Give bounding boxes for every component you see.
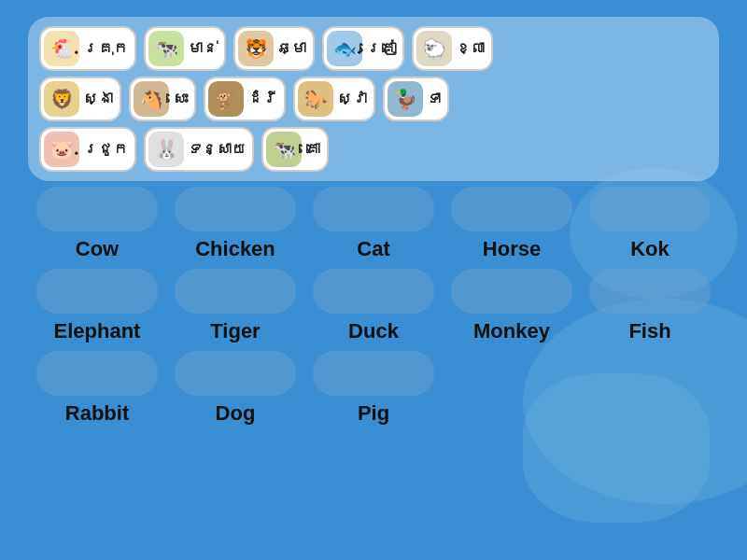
drop-zone-dog[interactable]	[175, 351, 296, 396]
khmer-label-pig: ជ្រូក	[83, 142, 128, 158]
top-row-3: 🐷 ជ្រូក 🐰 ទន្សាយ 🐄 គោ	[39, 127, 708, 172]
animal-img-fish: 🐟	[327, 31, 362, 66]
animal-card-tiger[interactable]: 🐯 ឆ្មា	[233, 26, 315, 71]
slot-cow[interactable]: Cow	[28, 187, 166, 261]
label-elephant: Elephant	[54, 319, 141, 343]
label-fish: Fish	[628, 319, 670, 343]
khmer-label-chicken: គ្រុក	[83, 41, 128, 57]
khmer-label-fish: គ្រៀ	[366, 41, 396, 57]
animal-card-lion[interactable]: 🦁 ស្ងា	[39, 77, 121, 121]
animal-card-sheep[interactable]: 🐑 ខ្លា	[412, 26, 493, 71]
drop-zone-kok[interactable]	[589, 187, 711, 231]
slot-tiger[interactable]: Tiger	[166, 269, 304, 343]
animal-card-rabbit[interactable]: 🐰 ទន្សាយ	[144, 127, 254, 172]
slot-horse[interactable]: Horse	[443, 187, 581, 261]
top-row-2: 🦁 ស្ងា 🐴 សេះ 🐒 ដំរី 🐎 ស្វា 🦆 ទា	[39, 77, 708, 121]
label-chicken: Chicken	[195, 237, 275, 261]
label-horse: Horse	[483, 237, 541, 261]
slot-elephant[interactable]: Elephant	[28, 269, 166, 343]
animal-img-lion: 🦁	[44, 81, 79, 117]
drop-zone-chicken[interactable]	[175, 187, 296, 231]
khmer-label-horse: សេះ	[173, 91, 188, 107]
animal-card-cow2[interactable]: 🐄 មាន់	[144, 26, 226, 71]
khmer-label-duck: ទា	[427, 91, 441, 107]
drop-zone-tiger[interactable]	[175, 269, 296, 314]
animal-img-pig: 🐷	[44, 132, 79, 167]
label-dog: Dog	[216, 401, 256, 426]
label-cat: Cat	[357, 237, 389, 261]
khmer-label-lion: ស្ងា	[83, 91, 113, 107]
top-panel: 🐔 គ្រុក 🐄 មាន់ 🐯 ឆ្មា 🐟 គ្រៀ 🐑 ខ្លា 🦁 ស្…	[28, 17, 719, 181]
label-pig: Pig	[358, 401, 389, 426]
animal-img-horse: 🐴	[134, 81, 169, 117]
slot-kok[interactable]: Kok	[581, 187, 719, 261]
slot-rabbit[interactable]: Rabbit	[28, 351, 166, 426]
drop-zone-rabbit[interactable]	[36, 351, 158, 396]
label-monkey: Monkey	[473, 319, 550, 343]
khmer-label-rabbit: ទន្សាយ	[188, 142, 246, 158]
answer-row-1: Cow Chicken Cat Horse Kok	[28, 187, 719, 261]
animal-card-fish[interactable]: 🐟 គ្រៀ	[322, 26, 404, 71]
drop-zone-cat[interactable]	[313, 187, 434, 231]
animal-img-sheep: 🐑	[416, 31, 452, 66]
answer-row-3: Rabbit Dog Pig	[28, 351, 719, 426]
animal-card-horse[interactable]: 🐴 សេះ	[129, 77, 196, 121]
khmer-label-tiger: ឆ្មា	[277, 41, 306, 57]
khmer-label-cow2: មាន់	[188, 41, 218, 57]
label-rabbit: Rabbit	[65, 401, 129, 426]
animal-img-rabbit: 🐰	[148, 132, 184, 167]
slot-chicken[interactable]: Chicken	[166, 187, 304, 261]
animal-img-monkey: 🐎	[298, 81, 333, 117]
label-duck: Duck	[348, 319, 399, 343]
khmer-label-sheep: ខ្លា	[456, 41, 485, 57]
slot-monkey[interactable]: Monkey	[443, 269, 581, 343]
animal-card-pig[interactable]: 🐷 ជ្រូក	[39, 127, 136, 172]
drop-zone-duck[interactable]	[313, 269, 434, 314]
animal-img-cow2: 🐄	[148, 31, 184, 66]
animal-card-cow[interactable]: 🐄 គោ	[261, 127, 329, 172]
animal-card-chicken[interactable]: 🐔 គ្រុក	[39, 26, 136, 71]
label-cow: Cow	[76, 237, 119, 261]
animal-img-tiger: 🐯	[238, 31, 274, 66]
drop-zone-elephant[interactable]	[36, 269, 158, 314]
drop-zone-horse[interactable]	[451, 187, 572, 231]
drop-zone-fish[interactable]	[589, 269, 711, 314]
animal-card-elephant[interactable]: 🐒 ដំរី	[204, 77, 286, 121]
slot-duck[interactable]: Duck	[304, 269, 443, 343]
animal-img-duck: 🦆	[388, 81, 423, 117]
answer-area: Cow Chicken Cat Horse Kok Elephant Tiger	[28, 187, 719, 551]
khmer-label-cow: គោ	[305, 142, 320, 158]
khmer-label-monkey: ស្វា	[337, 91, 367, 107]
animal-img-chicken: 🐔	[44, 31, 79, 66]
drop-zone-cow[interactable]	[36, 187, 158, 231]
label-kok: Kok	[630, 237, 669, 261]
animal-card-monkey[interactable]: 🐎 ស្វា	[293, 77, 375, 121]
khmer-label-elephant: ដំរី	[247, 91, 277, 107]
label-tiger: Tiger	[210, 319, 260, 343]
answer-row-2: Elephant Tiger Duck Monkey Fish	[28, 269, 719, 343]
slot-fish[interactable]: Fish	[581, 269, 719, 343]
animal-img-cow: 🐄	[266, 132, 302, 167]
slot-dog[interactable]: Dog	[166, 351, 304, 426]
top-row-1: 🐔 គ្រុក 🐄 មាន់ 🐯 ឆ្មា 🐟 គ្រៀ 🐑 ខ្លា	[39, 26, 708, 71]
animal-card-duck[interactable]: 🦆 ទា	[383, 77, 449, 121]
drop-zone-pig[interactable]	[313, 351, 434, 396]
slot-pig[interactable]: Pig	[304, 351, 443, 426]
drop-zone-monkey[interactable]	[451, 269, 572, 314]
slot-cat[interactable]: Cat	[304, 187, 443, 261]
animal-img-elephant: 🐒	[208, 81, 244, 117]
